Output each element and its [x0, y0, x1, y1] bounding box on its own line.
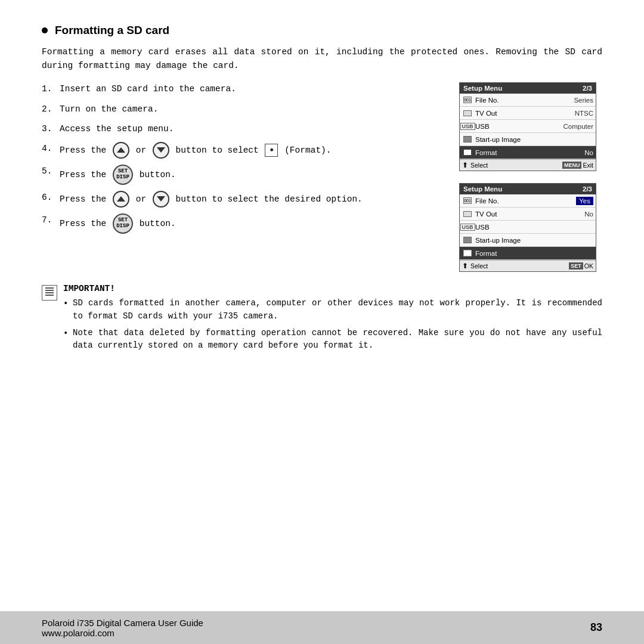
- menu1-label-format: Format: [475, 149, 584, 156]
- page-footer: Polaroid i735 Digital Camera User Guide …: [0, 611, 644, 644]
- menu1-label-usb: USB: [475, 123, 564, 130]
- menu2-footer-action: OK: [584, 262, 593, 270]
- important-bullet-2-text: Note that data deleted by formatting ope…: [73, 327, 602, 352]
- step-4-text: Press the or button to select ✱ (Format)…: [60, 142, 453, 159]
- footer-book-title: Polaroid i735 Digital Camera User Guide: [42, 618, 203, 628]
- page-content: Formatting a SD card Formatting a memory…: [0, 0, 644, 374]
- startup-icon-2: [462, 236, 473, 245]
- icon-line-4: [45, 295, 54, 296]
- menu1-row-format: ✱ Format No: [460, 146, 596, 159]
- menu1-val-tvout: NTSC: [575, 110, 593, 117]
- up-arrow-btn: [113, 142, 129, 159]
- menu2-title: Setup Menu: [463, 185, 502, 193]
- menu2-row-tvout: TV Out No: [460, 208, 596, 221]
- step-6-text: Press the or button to select the desire…: [60, 191, 453, 208]
- important-icon-lines: [45, 287, 54, 296]
- step-2: 2. Turn on the camera.: [42, 103, 453, 116]
- format-menu-icon: ✱: [462, 148, 473, 157]
- footer-page-number: 83: [590, 621, 602, 634]
- usb-icon-2: USB: [462, 222, 473, 232]
- step-5: 5. Press the SETDISP button.: [42, 165, 453, 185]
- fileno-icon: 001: [462, 95, 473, 105]
- step-4-num: 4.: [42, 142, 60, 156]
- down-arrow-btn: [153, 142, 169, 159]
- setup-menu-2: Setup Menu 2/3 001 File No. Yes TV Ou: [459, 183, 596, 272]
- setup-menus: Setup Menu 2/3 001 File No. Series TV: [453, 82, 602, 272]
- menu1-val-format: No: [584, 149, 593, 156]
- menu2-val-tvout: No: [584, 210, 593, 218]
- title-bullet: [42, 27, 48, 33]
- usb-icon: USB: [462, 122, 473, 131]
- menu2-footer: ⬆ Select SET OK: [460, 260, 596, 271]
- menu2-row-usb: USB USB: [460, 221, 596, 234]
- important-content: IMPORTANT! • SD cards formatted in anoth…: [63, 284, 602, 356]
- icon-line-2: [45, 290, 54, 291]
- menu2-label-startup: Start-up Image: [475, 237, 593, 244]
- menu2-footer-select: Select: [470, 262, 569, 270]
- menu1-row-tvout: TV Out NTSC: [460, 107, 596, 120]
- important-icon: [42, 285, 57, 301]
- bullet-2-dot: •: [63, 327, 73, 340]
- footer-arrow-icon-2: ⬆: [462, 262, 468, 270]
- menu2-label-usb: USB: [475, 224, 593, 231]
- menu2-row-startup: Start-up Image: [460, 234, 596, 247]
- important-bullet-1: • SD cards formatted in another camera, …: [63, 297, 602, 323]
- icon-line-3: [45, 292, 54, 293]
- tvout-icon-2: [462, 209, 473, 219]
- menu2-page: 2/3: [583, 185, 592, 193]
- format-menu-icon-2: ✱: [462, 249, 473, 258]
- step-6: 6. Press the or button to select the des…: [42, 191, 453, 208]
- menu1-row-usb: USB USB Computer: [460, 120, 596, 133]
- steps-list: 1. Insert an SD card into the camera. 2.…: [42, 82, 453, 272]
- menu2-footer-btn: SET: [569, 262, 583, 270]
- footer-website: www.polaroid.com: [42, 628, 203, 638]
- set-disp-btn-2: SETDISP: [113, 213, 133, 234]
- footer-left: Polaroid i735 Digital Camera User Guide …: [42, 618, 203, 638]
- menu1-row-startup: Start-up Image: [460, 133, 596, 146]
- step-1-num: 1.: [42, 82, 60, 96]
- important-title: IMPORTANT!: [63, 284, 602, 293]
- important-bullet-2: • Note that data deleted by formatting o…: [63, 327, 602, 352]
- menu1-row-fileno: 001 File No. Series: [460, 94, 596, 107]
- page-title: Formatting a SD card: [55, 24, 169, 37]
- menu2-row-fileno: 001 File No. Yes: [460, 194, 596, 208]
- step-1-text: Insert an SD card into the camera.: [60, 82, 453, 96]
- menu1-footer-action: Exit: [583, 162, 593, 169]
- step-3-num: 3.: [42, 122, 60, 136]
- format-icon: ✱: [265, 144, 278, 157]
- important-section: IMPORTANT! • SD cards formatted in anoth…: [42, 284, 602, 356]
- menu2-label-format: Format: [475, 250, 593, 257]
- menu1-val-usb: Computer: [564, 123, 594, 130]
- step-3-text: Access the setup menu.: [60, 122, 453, 136]
- section-title: Formatting a SD card: [42, 24, 602, 37]
- footer-arrow-icon: ⬆: [462, 161, 468, 169]
- menu2-val-fileno: Yes: [576, 197, 593, 205]
- menu1-label-fileno: File No.: [475, 97, 574, 104]
- step-2-num: 2.: [42, 103, 60, 116]
- tvout-icon: [462, 109, 473, 118]
- fileno-icon-2: 001: [462, 196, 473, 206]
- menu1-title: Setup Menu: [463, 85, 502, 92]
- down-arrow-btn-2: [153, 191, 169, 208]
- important-bullet-1-text: SD cards formatted in another camera, co…: [73, 297, 602, 323]
- menu2-label-tvout: TV Out: [475, 210, 584, 218]
- step-4: 4. Press the or button to select ✱ (Form…: [42, 142, 453, 159]
- menu1-footer: ⬆ Select MENU Exit: [460, 159, 596, 171]
- bullet-1-dot: •: [63, 298, 73, 311]
- step-5-text: Press the SETDISP button.: [60, 165, 453, 185]
- step-3: 3. Access the setup menu.: [42, 122, 453, 136]
- step-7: 7. Press the SETDISP button.: [42, 213, 453, 234]
- step-7-num: 7.: [42, 213, 60, 227]
- steps-area: 1. Insert an SD card into the camera. 2.…: [42, 82, 602, 272]
- menu1-header: Setup Menu 2/3: [460, 83, 596, 94]
- menu2-label-fileno: File No.: [475, 197, 576, 205]
- step-1: 1. Insert an SD card into the camera.: [42, 82, 453, 96]
- menu1-page: 2/3: [583, 85, 592, 92]
- menu1-label-tvout: TV Out: [475, 110, 575, 117]
- set-disp-btn-1: SETDISP: [113, 165, 133, 185]
- intro-text: Formatting a memory card erases all data…: [42, 45, 602, 73]
- up-arrow-btn-2: [113, 191, 129, 208]
- menu1-footer-select: Select: [470, 162, 562, 169]
- menu1-val-fileno: Series: [574, 97, 593, 104]
- setup-menu-1: Setup Menu 2/3 001 File No. Series TV: [459, 82, 596, 171]
